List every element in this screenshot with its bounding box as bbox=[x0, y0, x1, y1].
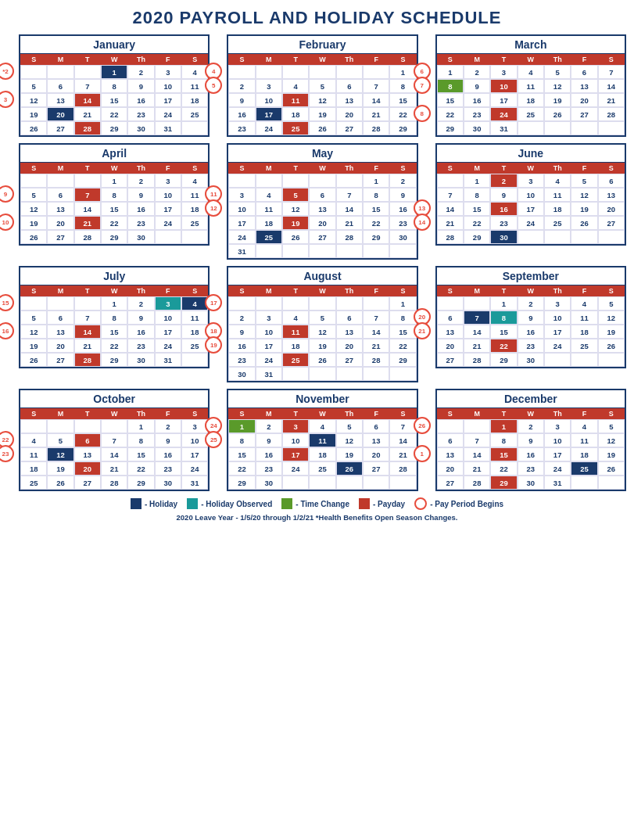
day-cell-21: 21 bbox=[363, 339, 389, 353]
day-cell-3: 3 bbox=[256, 79, 282, 93]
day-cell-empty bbox=[363, 367, 389, 381]
day-cell-2: 2 bbox=[155, 419, 181, 433]
legend-payday-label: - Payday bbox=[373, 500, 405, 508]
day-cell-10: 10 bbox=[256, 93, 282, 107]
day-header: M bbox=[464, 54, 490, 65]
day-cell-30: 30 bbox=[256, 476, 282, 490]
pay-period-circle: 8 bbox=[414, 105, 431, 122]
day-cell-27: 27 bbox=[47, 121, 73, 135]
day-cell-6: 6 bbox=[309, 188, 335, 202]
month-title-september: September bbox=[437, 267, 625, 285]
day-cell-empty bbox=[256, 244, 282, 258]
day-cell-18: 18 bbox=[571, 325, 597, 339]
day-cell-empty bbox=[518, 121, 544, 135]
month-november: NovemberSMTWThFS123456789101112131415161… bbox=[216, 389, 417, 491]
day-cell-6: 6 bbox=[437, 433, 464, 447]
day-cell-11: 11 bbox=[309, 433, 335, 447]
day-cell-15: 15 bbox=[389, 93, 416, 107]
day-cell-empty bbox=[282, 296, 309, 311]
day-header: Th bbox=[544, 408, 571, 419]
day-cell-empty bbox=[309, 65, 335, 79]
day-cell-9: 9 bbox=[256, 433, 282, 447]
day-cell-9: 9 bbox=[127, 79, 154, 93]
day-cell-28: 28 bbox=[464, 353, 490, 367]
day-cell-4: 4 bbox=[309, 419, 335, 433]
day-cell-8: 8 bbox=[101, 188, 127, 202]
day-header: F bbox=[155, 408, 181, 419]
day-cell-empty bbox=[309, 244, 335, 258]
day-cell-17: 17 bbox=[544, 447, 571, 461]
day-cell-empty bbox=[571, 353, 597, 367]
day-header: Th bbox=[336, 408, 363, 419]
day-cell-3: 3 bbox=[544, 419, 571, 433]
day-cell-1: 1 bbox=[101, 65, 127, 79]
day-cell-empty bbox=[336, 476, 363, 490]
day-cell-empty bbox=[598, 230, 625, 244]
day-header: Th bbox=[336, 285, 363, 296]
day-header: F bbox=[363, 163, 389, 174]
day-cell-24: 24 bbox=[155, 339, 181, 353]
day-cell-5: 5 bbox=[20, 188, 47, 202]
day-cell-18: 18 bbox=[181, 93, 208, 107]
day-cell-13: 13 bbox=[598, 188, 625, 202]
day-cell-13: 13 bbox=[47, 93, 73, 107]
day-cell-12: 12 bbox=[20, 202, 47, 216]
day-cell-2: 2 bbox=[389, 174, 416, 188]
day-cell-9: 9 bbox=[127, 188, 154, 202]
day-cell-empty bbox=[336, 65, 363, 79]
day-cell-20: 20 bbox=[437, 339, 464, 353]
month-title-july: July bbox=[20, 267, 208, 285]
day-header: S bbox=[20, 54, 47, 65]
day-cell-25: 25 bbox=[181, 107, 208, 121]
day-cell-9: 9 bbox=[518, 433, 544, 447]
day-cell-12: 12 bbox=[598, 311, 625, 325]
legend-holiday-observed-label: - Holiday Observed bbox=[201, 500, 272, 508]
day-cell-empty bbox=[389, 244, 416, 258]
day-cell-empty bbox=[336, 296, 363, 311]
day-cell-20: 20 bbox=[74, 461, 101, 476]
day-header: Th bbox=[544, 285, 571, 296]
day-cell-empty bbox=[464, 419, 490, 433]
day-cell-17: 17 bbox=[282, 447, 309, 461]
day-header: F bbox=[155, 163, 181, 174]
day-cell-6: 6 bbox=[74, 433, 101, 447]
day-cell-empty bbox=[101, 419, 127, 433]
day-cell-24: 24 bbox=[282, 461, 309, 476]
day-cell-10: 10 bbox=[518, 188, 544, 202]
day-cell-22: 22 bbox=[363, 216, 389, 230]
day-header: Th bbox=[336, 54, 363, 65]
day-cell-12: 12 bbox=[336, 433, 363, 447]
day-cell-18: 18 bbox=[571, 447, 597, 461]
day-cell-empty bbox=[544, 121, 571, 135]
day-header: S bbox=[20, 408, 47, 419]
day-header: M bbox=[256, 54, 282, 65]
day-cell-16: 16 bbox=[228, 339, 255, 353]
day-cell-24: 24 bbox=[256, 353, 282, 367]
day-cell-27: 27 bbox=[309, 230, 335, 244]
day-cell-9: 9 bbox=[518, 311, 544, 325]
day-cell-empty bbox=[336, 244, 363, 258]
day-cell-2: 2 bbox=[228, 311, 255, 325]
month-title-january: January bbox=[20, 36, 208, 54]
calendar-grid: JanuarySMTWThFS1234567891011121314151617… bbox=[8, 34, 626, 491]
day-cell-10: 10 bbox=[544, 433, 571, 447]
day-cell-23: 23 bbox=[518, 461, 544, 476]
day-cell-3: 3 bbox=[181, 419, 208, 433]
day-cell-empty bbox=[181, 121, 208, 135]
day-cell-10: 10 bbox=[228, 202, 255, 216]
day-header: F bbox=[571, 285, 597, 296]
day-cell-empty bbox=[20, 419, 47, 433]
day-cell-empty bbox=[571, 121, 597, 135]
day-cell-28: 28 bbox=[74, 121, 101, 135]
day-header: M bbox=[256, 163, 282, 174]
day-cell-23: 23 bbox=[464, 107, 490, 121]
day-cell-16: 16 bbox=[389, 202, 416, 216]
day-cell-2: 2 bbox=[464, 65, 490, 79]
day-cell-20: 20 bbox=[598, 202, 625, 216]
day-cell-7: 7 bbox=[336, 188, 363, 202]
day-cell-4: 4 bbox=[256, 188, 282, 202]
day-header: F bbox=[363, 54, 389, 65]
day-header: S bbox=[389, 54, 416, 65]
day-cell-17: 17 bbox=[256, 339, 282, 353]
day-cell-19: 19 bbox=[336, 447, 363, 461]
